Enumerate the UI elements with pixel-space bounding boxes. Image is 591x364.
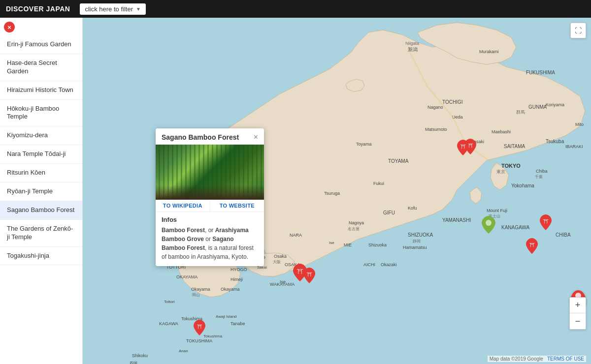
sidebar-item-ryoan-ji[interactable]: Ryōan-ji Temple [0,182,82,201]
map-background: 新潟 Niigata Murakami FUKUSHIMA Koriyama U… [83,18,591,364]
svg-text:Anan: Anan [179,349,188,353]
svg-text:Kofu: Kofu [408,206,417,211]
svg-text:Tsuruga: Tsuruga [324,191,340,196]
svg-text:Mount Fuji: Mount Fuji [487,208,507,213]
svg-text:TOKUSHIMA: TOKUSHIMA [186,338,212,343]
filter-button[interactable]: click here to filter ▼ [80,3,145,15]
map-attribution: Map data ©2019 Google TERMS OF USE [488,356,586,362]
popup-infos-text: Bamboo Forest, or Arashiyama Bamboo Grov… [162,226,258,261]
svg-text:CHIBA: CHIBA [556,232,571,238]
svg-text:KANAGAWA: KANAGAWA [501,225,529,230]
fullscreen-icon: ⛶ [575,27,582,34]
svg-text:Shikoku: Shikoku [132,353,148,358]
sidebar-item-kiyomizu[interactable]: Kiyomizu-dera [0,126,82,145]
marker-garden[interactable] [482,216,495,236]
svg-text:Niigata: Niigata [405,41,419,46]
filter-label: click here to filter [85,5,133,13]
svg-text:Okazaki: Okazaki [381,262,397,267]
marker-kyoto2[interactable]: ⛩ [303,268,315,285]
svg-text:FUKUSHIMA: FUKUSHIMA [526,70,555,75]
svg-text:東京: 東京 [496,169,505,174]
svg-text:岡山: 岡山 [192,293,200,297]
svg-text:Tokushima: Tokushima [203,334,223,338]
svg-text:⛩: ⛩ [297,268,303,275]
svg-text:⛩: ⛩ [197,324,202,330]
sidebar-item-hase-dera[interactable]: Hase-dera Secret Garden [0,54,82,81]
svg-text:⛩: ⛩ [543,218,549,224]
marker-tokyo[interactable]: ⛩ [540,214,552,232]
zoom-out-button[interactable]: − [570,313,586,329]
popup-close-button[interactable]: × [254,133,258,141]
svg-text:Shizuoka: Shizuoka [368,243,387,247]
popup-infos: Infos Bamboo Forest, or Arashiyama Bambo… [156,212,264,266]
sidebar-item-ritsurin[interactable]: Ritsurin Kōen [0,164,82,182]
header: DISCOVER JAPAN click here to filter ▼ [0,0,591,18]
chevron-down-icon: ▼ [136,6,141,12]
svg-text:静岡: 静岡 [413,239,421,243]
terms-link[interactable]: TERMS OF USE [547,356,584,362]
svg-text:HYOGO: HYOGO [230,267,247,272]
svg-text:IBARAKI: IBARAKI [565,144,583,149]
svg-text:Osaka: Osaka [274,254,287,259]
svg-text:Okayama: Okayama [191,287,210,292]
svg-text:Ise: Ise [329,241,334,245]
attribution-text: Map data ©2019 Google [490,356,543,362]
popup-image [156,145,264,200]
location-popup: Sagano Bamboo Forest × TO WIKIPEDIA TO W… [156,128,264,266]
svg-text:千葉: 千葉 [535,175,543,179]
sidebar-item-hokoku-ji[interactable]: Hōkoku-ji Bamboo Temple [0,100,82,127]
zoom-controls: + − [569,297,586,330]
marker-kyushu[interactable]: ⛩ [194,320,205,337]
sidebar: × Erin-ji Famous GardenHase-dera Secret … [0,18,83,364]
svg-text:Murakami: Murakami [479,49,499,54]
svg-text:Tanabe: Tanabe [230,321,245,326]
sidebar-item-erin-ji[interactable]: Erin-ji Famous Garden [0,35,82,54]
svg-text:YAMANASHI: YAMANASHI [442,217,471,223]
marker-nikko2[interactable]: ⛩ [457,140,469,157]
svg-point-80 [486,220,492,226]
svg-text:TOKYO: TOKYO [501,163,521,169]
popup-title: Sagano Bamboo Forest [162,133,239,141]
website-link[interactable]: TO WEBSITE [210,200,264,212]
svg-text:Yokohama: Yokohama [511,183,534,188]
svg-text:Chiba: Chiba [536,169,548,174]
svg-text:四国: 四国 [130,361,137,364]
svg-text:KAGAWA: KAGAWA [159,321,178,326]
svg-text:大阪: 大阪 [273,260,281,264]
sidebar-item-zenko-ji[interactable]: The Gardens of Zenkō-ji Temple [0,220,82,247]
svg-text:Fukui: Fukui [373,181,384,186]
svg-text:SAITAMA: SAITAMA [504,144,525,149]
svg-text:⛩: ⛩ [460,144,466,150]
close-button[interactable]: × [4,22,15,32]
map-container[interactable]: 新潟 Niigata Murakami FUKUSHIMA Koriyama U… [83,18,591,364]
svg-text:Hamamatsu: Hamamatsu [403,245,427,250]
zoom-in-button[interactable]: + [570,298,586,313]
popup-links: TO WIKIPEDIA TO WEBSITE [156,200,264,212]
svg-text:Maebashi: Maebashi [492,129,511,134]
svg-text:MIE: MIE [344,243,352,247]
svg-text:Matsumoto: Matsumoto [425,127,447,132]
wikipedia-link[interactable]: TO WIKIPEDIA [156,200,210,212]
popup-header: Sagano Bamboo Forest × [156,128,264,145]
svg-text:TOYAMA: TOYAMA [388,158,409,164]
svg-text:群馬: 群馬 [516,110,525,115]
sidebar-item-nara-temple[interactable]: Nara Temple Tōdai-ji [0,145,82,164]
svg-text:Toyama: Toyama [356,142,372,147]
svg-text:TOCHIGI: TOCHIGI [442,99,462,105]
svg-text:NARA: NARA [290,233,302,238]
svg-text:WAKAYAMA: WAKAYAMA [270,282,295,287]
marker-yokohama[interactable]: ⛩ [526,238,538,256]
svg-text:⛩: ⛩ [529,242,535,248]
sidebar-item-togakushi[interactable]: Togakushi-jinja [0,247,82,266]
sidebar-item-hiraizumi[interactable]: Hiraizumi Historic Town [0,81,82,100]
svg-text:Himeji: Himeji [230,277,243,282]
svg-text:⛩: ⛩ [307,272,312,277]
sidebar-item-sagano[interactable]: Sagano Bamboo Forest [0,201,82,220]
svg-text:Tsukuba: Tsukuba [546,139,564,144]
svg-text:SHIZUOKA: SHIZUOKA [408,232,433,238]
svg-text:Koriyama: Koriyama [546,102,564,107]
svg-text:AICHI: AICHI [363,262,375,267]
app-title: DISCOVER JAPAN [6,5,70,13]
fullscreen-button[interactable]: ⛶ [570,23,586,38]
svg-text:名古屋: 名古屋 [348,227,360,231]
